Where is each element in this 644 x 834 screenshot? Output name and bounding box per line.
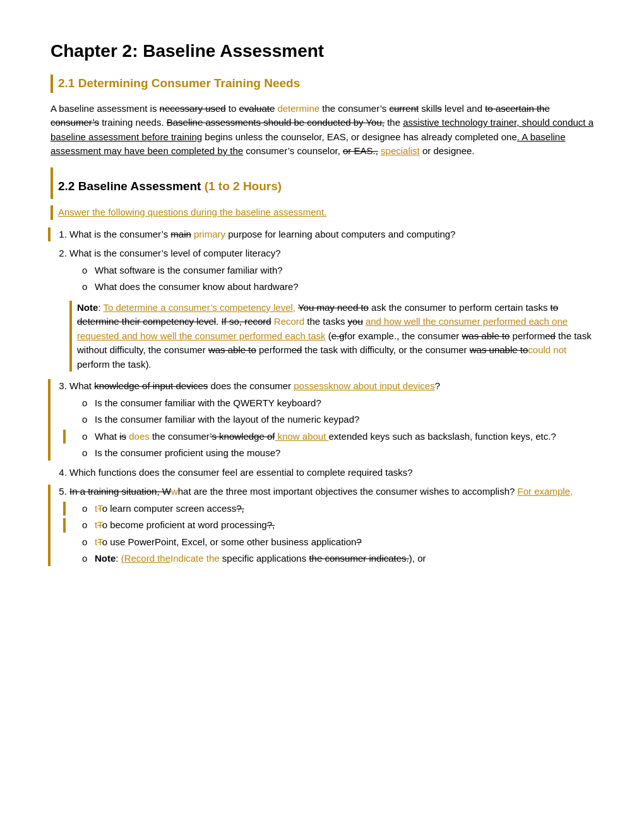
subitem-2-2: What does the consumer know about hardwa… [95, 280, 593, 294]
question-2-subitems: What software is the consumer familiar w… [69, 263, 593, 294]
question-3-subitems: Is the consumer familiar with the QWERTY… [69, 396, 593, 461]
section1-heading: 2.1 Determining Consumer Training Needs [58, 75, 593, 93]
questions-list: What is the consumer’s main primary purp… [51, 227, 593, 294]
subitem-3-1: Is the consumer familiar with the QWERTY… [95, 396, 593, 411]
subitem-5-3: tTo use PowerPoint, Excel, or some other… [95, 535, 593, 550]
questions-list-2: What knowledge of input devices does the… [51, 379, 593, 566]
section2-heading: 2.2 Baseline Assessment (1 to 2 Hours) [58, 178, 593, 196]
section1-paragraph: A baseline assessment is necessary used … [51, 102, 593, 159]
question-5-subitems: tTo learn computer screen access?, tTo b… [69, 502, 593, 566]
chapter-title: Chapter 2: Baseline Assessment [51, 38, 593, 64]
question-2: What is the consumer’s level of computer… [69, 246, 593, 294]
subitem-2-1: What software is the consumer familiar w… [95, 263, 593, 278]
subitem-5-1: tTo learn computer screen access?, [95, 502, 593, 516]
subitem-5-2: tTo become proficient at word processing… [95, 518, 593, 533]
subitem-5-4: Note: (Record theIndicate the specific a… [95, 552, 593, 566]
subitem-3-3: What is does the consumer’s knowledge of… [95, 430, 593, 444]
question-3: What knowledge of input devices does the… [69, 379, 593, 461]
subitem-3-4: Is the consumer proficient using the mou… [95, 446, 593, 461]
subitem-3-2: Is the consumer familiar with the layout… [95, 413, 593, 427]
question-4: Which functions does the consumer feel a… [69, 466, 593, 480]
answer-link: Answer the following questions during th… [51, 205, 593, 220]
note-block: Note: To determine a consumer’s competen… [69, 301, 593, 372]
question-5: In a training situation, Wwhat are the t… [69, 485, 593, 566]
question-1: What is the consumer’s main primary purp… [69, 227, 593, 242]
